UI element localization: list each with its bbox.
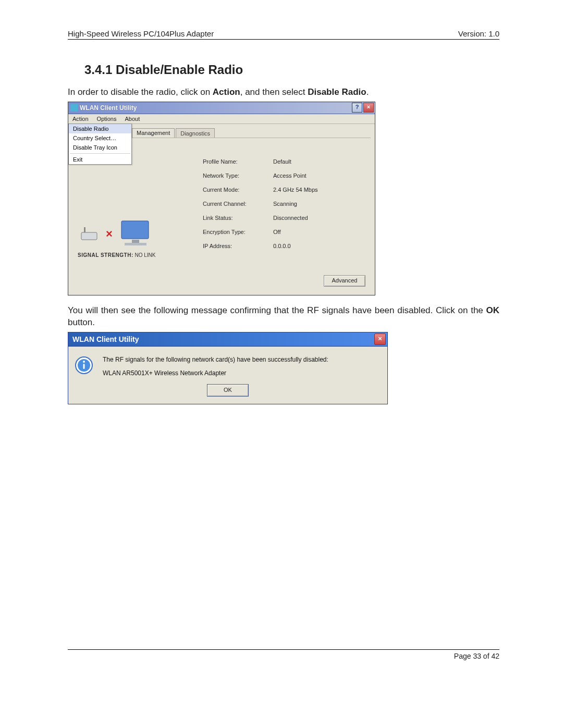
- status-row: Encryption Type:Off: [203, 225, 351, 239]
- dropdown-country-select[interactable]: Country Select…: [69, 133, 131, 143]
- figure-wlan-main-window: WLAN Client Utility ? × Action Options A…: [68, 102, 499, 295]
- footer-rule: [68, 649, 499, 650]
- adapter-graphic: ×: [81, 217, 160, 247]
- value-link-status: Disconnected: [273, 215, 351, 221]
- dropdown-disable-radio[interactable]: Disable Radio: [69, 124, 131, 133]
- menu-options[interactable]: Options: [93, 114, 121, 124]
- dialog-message-line2: WLAN AR5001X+ Wireless Network Adapter: [103, 369, 379, 377]
- label-current-channel: Current Channel:: [203, 201, 273, 207]
- wlan-client-utility-window: WLAN Client Utility ? × Action Options A…: [68, 102, 375, 295]
- svg-rect-5: [125, 243, 146, 245]
- status-row: Current Mode:2.4 GHz 54 Mbps: [203, 183, 351, 197]
- info-icon: [75, 356, 93, 375]
- value-network-type: Access Point: [273, 172, 351, 179]
- svg-rect-0: [81, 232, 97, 240]
- title-buttons: ? ×: [352, 103, 375, 113]
- svg-rect-4: [132, 240, 139, 243]
- value-ip-address: 0.0.0.0: [273, 243, 351, 249]
- intro-mid: , and then select: [240, 87, 308, 97]
- svg-point-8: [83, 361, 85, 363]
- status-row: Network Type:Access Point: [203, 169, 351, 183]
- intro-post: .: [366, 87, 369, 97]
- svg-rect-9: [83, 364, 85, 369]
- dialog-close-button[interactable]: ×: [374, 334, 386, 345]
- status-grid: Profile Name:Default Network Type:Access…: [203, 155, 351, 253]
- titlebar: WLAN Client Utility ? ×: [68, 102, 375, 114]
- signal-strength: SIGNAL STRENGTH: NO LINK: [78, 252, 156, 258]
- menu-action[interactable]: Action: [68, 114, 93, 124]
- page-header: High-Speed Wireless PC/104Plus Adapter V…: [68, 29, 499, 40]
- status-row: IP Address:0.0.0.0: [203, 239, 351, 253]
- signal-strength-label: SIGNAL STRENGTH:: [78, 252, 133, 258]
- label-current-mode: Current Mode:: [203, 187, 273, 193]
- para2-ok: OK: [486, 305, 500, 315]
- dialog-message-area: The RF signals for the following network…: [103, 356, 379, 377]
- page-footer: Page 33 of 42: [68, 652, 499, 660]
- svg-text:×: ×: [106, 227, 113, 240]
- action-dropdown: Disable Radio Country Select… Disable Tr…: [68, 124, 132, 165]
- value-encryption-type: Off: [273, 229, 351, 235]
- dropdown-separator: [70, 153, 130, 154]
- help-button[interactable]: ?: [352, 103, 362, 113]
- menu-about[interactable]: About: [121, 114, 144, 124]
- value-current-channel: Scanning: [273, 201, 351, 207]
- ok-button[interactable]: OK: [207, 384, 249, 397]
- value-current-mode: 2.4 GHz 54 Mbps: [273, 187, 351, 193]
- menubar: Action Options About: [68, 114, 375, 124]
- header-left: High-Speed Wireless PC/104Plus Adapter: [68, 29, 214, 38]
- intro-action: Action: [213, 87, 240, 97]
- status-row: Current Channel:Scanning: [203, 197, 351, 211]
- dialog-title: WLAN Client Utility: [72, 335, 374, 343]
- svg-rect-3: [121, 221, 149, 239]
- label-link-status: Link Status:: [203, 215, 273, 221]
- label-profile-name: Profile Name:: [203, 158, 273, 165]
- advanced-button[interactable]: Advanced: [324, 275, 365, 287]
- label-ip-address: IP Address:: [203, 243, 273, 249]
- section-heading: 3.4.1 Disable/Enable Radio: [84, 63, 499, 77]
- confirmation-dialog: WLAN Client Utility × The RF signals for…: [68, 332, 388, 404]
- dropdown-exit[interactable]: Exit: [69, 155, 131, 164]
- signal-strength-value: NO LINK: [135, 252, 156, 258]
- intro-pre: In order to disable the radio, click on: [68, 87, 213, 97]
- tab-management[interactable]: Management: [132, 128, 175, 138]
- para2-pre: You will then see the following message …: [68, 305, 486, 315]
- para2-post: button.: [68, 317, 95, 327]
- tabs: Management Diagnostics: [132, 128, 216, 138]
- header-right: Version: 1.0: [458, 29, 499, 38]
- figure-confirmation-dialog: WLAN Client Utility × The RF signals for…: [68, 332, 499, 404]
- intro-paragraph: In order to disable the radio, click on …: [68, 87, 499, 98]
- dialog-body: The RF signals for the following network…: [68, 347, 387, 381]
- label-network-type: Network Type:: [203, 172, 273, 179]
- label-encryption-type: Encryption Type:: [203, 229, 273, 235]
- dropdown-disable-tray-icon[interactable]: Disable Tray Icon: [69, 143, 131, 152]
- window-title: WLAN Client Utility: [80, 104, 352, 112]
- value-profile-name: Default: [273, 158, 351, 165]
- intro-disable-radio: Disable Radio: [308, 87, 366, 97]
- confirm-paragraph: You will then see the following message …: [68, 305, 499, 329]
- status-row: Link Status:Disconnected: [203, 211, 351, 225]
- svg-rect-1: [84, 227, 85, 232]
- work-area: Disable Radio Country Select… Disable Tr…: [68, 124, 375, 295]
- status-row: Profile Name:Default: [203, 155, 351, 169]
- dialog-button-row: OK: [68, 381, 387, 404]
- tab-diagnostics[interactable]: Diagnostics: [176, 128, 215, 138]
- close-button[interactable]: ×: [363, 103, 374, 113]
- dialog-titlebar: WLAN Client Utility ×: [68, 332, 387, 347]
- app-icon: [70, 104, 78, 112]
- dialog-message-line1: The RF signals for the following network…: [103, 356, 379, 363]
